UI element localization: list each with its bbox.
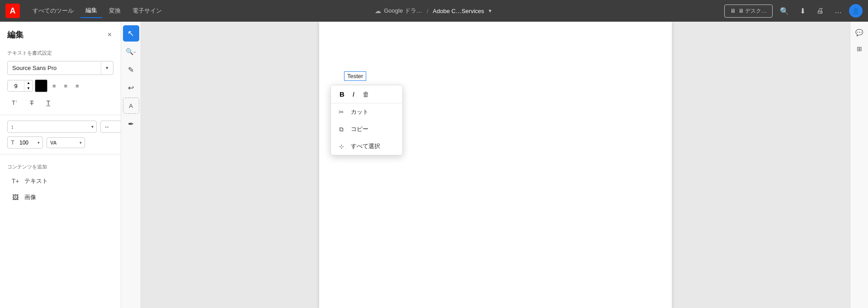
ctx-delete-btn[interactable]: 🗑	[360, 89, 372, 99]
nav-item-convert[interactable]: 変換	[104, 4, 126, 18]
add-text-label: テキスト	[24, 177, 48, 185]
topbar: A すべてのツール 編集 変換 電子サイン ☁ Google ドラ… / Ado…	[0, 0, 868, 22]
scale-row: T ▾ VA ▾	[0, 135, 121, 150]
canvas-area: Tester B I 🗑 ✂ カット ⧉ コピー	[141, 22, 850, 308]
align-btn[interactable]: ≡	[72, 80, 82, 92]
search-button[interactable]: 🔍	[776, 5, 793, 17]
desktop-button[interactable]: 🖥 🖥 デスク…	[724, 5, 773, 18]
char-spacing-control[interactable]: ↔ ▾	[100, 121, 122, 133]
ctx-cut-item[interactable]: ✂ カット	[331, 103, 402, 121]
desktop-icon: 🖥	[730, 8, 736, 14]
context-menu: B I 🗑 ✂ カット ⧉ コピー ⊹ すべて選択	[330, 85, 403, 155]
nav-item-edit[interactable]: 編集	[80, 4, 103, 18]
add-image-icon: 🖼	[11, 194, 20, 201]
select-tool-icon: ↖	[127, 28, 134, 38]
font-name: Source Sans Pro	[8, 61, 101, 75]
canvas-text-element[interactable]: Tester	[344, 71, 366, 81]
nav-item-all-tools[interactable]: すべてのツール	[27, 4, 79, 18]
text-add-tool-btn[interactable]: A	[123, 98, 139, 114]
selectall-label: すべて選択	[351, 142, 380, 150]
copy-label: コピー	[351, 125, 368, 133]
font-size-input[interactable]	[8, 81, 24, 91]
scale-icon: T	[8, 137, 18, 148]
desktop-label: 🖥 デスク…	[738, 7, 767, 15]
font-dropdown-icon[interactable]: ▾	[101, 62, 113, 74]
font-size-up[interactable]: ▲	[24, 80, 33, 86]
print-button[interactable]: 🖨	[813, 5, 827, 17]
avatar[interactable]: 👤	[849, 4, 863, 18]
topbar-nav: すべてのツール 編集 変換 電子サイン	[27, 4, 167, 18]
kerning-input[interactable]	[60, 138, 77, 148]
list-style-btn-1[interactable]: ≡	[49, 80, 59, 92]
sidebar-header: 編集 ×	[0, 22, 121, 44]
zoom-tool-icon: 🔍−	[126, 48, 136, 55]
annotate-tool-icon: ✎	[128, 65, 134, 74]
cut-icon: ✂	[337, 108, 345, 116]
text-add-tool-icon: A	[129, 103, 133, 109]
char-spacing-input[interactable]	[113, 122, 122, 132]
add-image-item[interactable]: 🖼 画像	[4, 190, 117, 205]
color-swatch[interactable]	[35, 79, 47, 92]
undo-tool-btn[interactable]: ↩	[123, 79, 139, 96]
list-style-btn-2[interactable]: ≡	[61, 80, 71, 92]
select-tool-btn[interactable]: ↖	[123, 25, 139, 42]
topbar-center: ☁ Google ドラ… / Adobe C…Services ▾	[375, 7, 493, 15]
main-layout: 編集 × テキストを書式設定 Source Sans Pro ▾ ▲ ▼ ≡ ≡…	[0, 22, 868, 308]
scale-control[interactable]: T ▾	[7, 136, 43, 149]
scale-input[interactable]	[18, 138, 35, 148]
zoom-tool-btn[interactable]: 🔍−	[123, 43, 139, 60]
right-panel: 💬 ⊞	[850, 22, 868, 308]
draw-tool-btn[interactable]: ✒	[123, 116, 139, 132]
superscript-btn[interactable]: T↑	[7, 97, 22, 109]
sidebar-title: 編集	[7, 29, 24, 40]
add-image-label: 画像	[24, 193, 36, 201]
font-size-down[interactable]: ▼	[24, 86, 33, 91]
draw-tool-icon: ✒	[128, 120, 134, 128]
ctx-italic-btn[interactable]: I	[350, 89, 357, 99]
divider-2	[0, 154, 121, 154]
context-menu-format-row: B I 🗑	[331, 85, 402, 103]
font-size-control[interactable]: ▲ ▼	[7, 80, 33, 91]
grid-panel-btn[interactable]: ⊞	[852, 42, 867, 56]
line-spacing-dropdown[interactable]: ▾	[89, 122, 96, 131]
download-button[interactable]: ⬇	[796, 5, 809, 17]
chat-panel-btn[interactable]: 💬	[852, 25, 867, 40]
scale-dropdown[interactable]: ▾	[35, 139, 42, 147]
text-style-row: T↑ T T	[0, 95, 121, 111]
ctx-bold-btn[interactable]: B	[337, 89, 347, 99]
grid-icon: ⊞	[857, 45, 862, 52]
kerning-dropdown[interactable]: ▾	[77, 139, 85, 147]
chat-icon: 💬	[855, 29, 863, 36]
tool-column: ↖ 🔍− ✎ ↩ A ✒	[121, 22, 141, 308]
spacing-row: ↕ ▾ ↔ ▾	[0, 119, 121, 135]
more-button[interactable]: …	[831, 5, 845, 17]
copy-icon: ⧉	[337, 126, 345, 133]
font-size-arrows: ▲ ▼	[24, 80, 33, 91]
nav-item-sign[interactable]: 電子サイン	[127, 4, 167, 18]
service-link-2[interactable]: Adobe C…Services	[433, 8, 484, 14]
annotate-tool-btn[interactable]: ✎	[123, 61, 139, 78]
service-link-1[interactable]: Google ドラ…	[384, 7, 422, 15]
sidebar-close-button[interactable]: ×	[106, 29, 113, 41]
ctx-copy-item[interactable]: ⧉ コピー	[331, 121, 402, 138]
left-sidebar: 編集 × テキストを書式設定 Source Sans Pro ▾ ▲ ▼ ≡ ≡…	[0, 22, 121, 308]
line-spacing-control[interactable]: ↕ ▾	[7, 121, 97, 133]
char-spacing-icon: ↔	[101, 121, 113, 132]
underline-btn[interactable]: T	[42, 97, 55, 109]
kerning-control[interactable]: VA ▾	[47, 137, 85, 148]
font-selector[interactable]: Source Sans Pro ▾	[7, 61, 113, 75]
add-content-label: コンテンツを追加	[0, 158, 121, 173]
ctx-selectall-item[interactable]: ⊹ すべて選択	[331, 138, 402, 155]
selectall-icon: ⊹	[337, 143, 345, 150]
add-text-icon: T+	[11, 177, 20, 185]
text-format-row: ▲ ▼ ≡ ≡ ≡	[0, 77, 121, 95]
kerning-icon: VA	[47, 138, 60, 148]
breadcrumb-separator: /	[427, 8, 429, 14]
add-text-item[interactable]: T+ テキスト	[4, 173, 117, 189]
strikethrough-btn[interactable]: T	[25, 97, 38, 109]
service-dropdown-btn[interactable]: ▾	[487, 7, 493, 15]
line-spacing-icon: ↕	[8, 121, 17, 132]
topbar-right: 🖥 🖥 デスク… 🔍 ⬇ 🖨 … 👤	[724, 4, 863, 18]
line-spacing-input[interactable]	[17, 122, 89, 132]
undo-tool-icon: ↩	[128, 84, 134, 92]
